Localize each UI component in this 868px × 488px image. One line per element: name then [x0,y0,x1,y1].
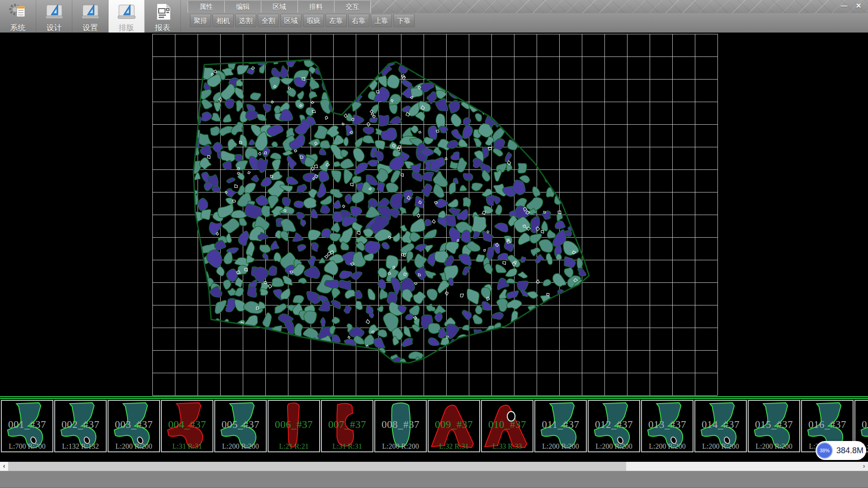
titlebar[interactable] [372,0,868,13]
piece-id-label: 006_#37 [269,419,319,431]
piece-id-label: 001_#37 [2,419,52,431]
piece-id-label: 017_#37 [855,419,868,431]
piece-thumbnail-011_#37[interactable]: 011_#37L:200 R:200 [534,400,587,452]
window-controls: — ✕ [838,1,864,10]
toolbar-button-4[interactable]: 排版 [108,0,145,33]
piece-id-label: 010_#37 [482,419,533,431]
piece-lr-count: L:200 R:200 [535,442,586,450]
scroll-right-button[interactable]: › [860,462,868,471]
piece-thumbnail-014_#37[interactable]: 014_#37L:200 R:200 [694,400,747,452]
piece-thumbnail-015_#37[interactable]: 015_#37L:200 R:200 [748,400,800,452]
piece-lr-count: L:200 R:200 [375,442,426,450]
menu-tab-5[interactable]: 交互 [334,1,371,13]
menu-tab-bar: 属性编辑区域排料交互 [188,0,371,13]
piece-thumbnail-013_#37[interactable]: 013_#37L:200 R:200 [641,400,693,452]
toolbar-button-label: 系统 [10,23,26,33]
piece-lr-count: L:21 R:21 [269,442,319,450]
nesting-canvas[interactable] [0,33,868,396]
piece-thumbnail-008_#37[interactable]: 008_#37L:200 R:200 [374,400,427,452]
piece-lr-count: L:200 R:200 [642,442,693,450]
nested-pieces [184,51,594,375]
menu-tab-4[interactable]: 排料 [297,1,334,13]
piece-id-label: 011_#37 [535,419,586,431]
piece-thumbnail-009_#37[interactable]: 009_#37L:32 R:31 [428,400,480,452]
action-button-6[interactable]: 瑕疵 [303,14,324,27]
piece-id-label: 008_#37 [375,419,426,431]
toolbar-button-3[interactable]: 设置 [72,0,108,33]
memory-badge: 38% 384.8M [816,441,866,460]
hide-nesting-view [0,33,868,396]
action-toolbar: 聚排相机选割全割区域瑕疵左靠右靠上靠下靠 [190,14,416,27]
piece-id-label: 009_#37 [429,419,479,431]
toolbar-area: 系统设计设置排版报表 属性编辑区域排料交互 聚排相机选割全割区域瑕疵左靠右靠上靠… [0,0,868,33]
minimize-button[interactable]: — [838,1,850,10]
toolbar-button-label: 设置 [83,23,98,33]
piece-thumbnail-strip: 001_#37L:700 R:700002_#37L:132 R:132003_… [0,396,868,462]
action-button-9[interactable]: 上靠 [371,14,392,27]
piece-lr-count: L:31 R:31 [322,442,373,450]
action-button-7[interactable]: 左靠 [326,14,347,27]
report-document-icon [152,1,173,22]
piece-thumbnail-012_#37[interactable]: 012_#37L:200 R:200 [588,400,640,452]
piece-thumbnail-007_#37[interactable]: 007_#37L:31 R:31 [321,400,373,452]
toolbar-button-2[interactable]: 设计 [36,0,72,33]
piece-thumbnail-001_#37[interactable]: 001_#37L:700 R:700 [1,400,53,452]
action-button-2[interactable]: 相机 [212,14,234,27]
toolbar-button-label: 设计 [47,23,62,33]
piece-thumbnail-003_#37[interactable]: 003_#37L:200 R:200 [108,400,160,452]
piece-id-label: 002_#37 [55,419,106,431]
action-button-1[interactable]: 聚排 [190,14,211,27]
close-button[interactable]: ✕ [853,1,864,10]
piece-lr-count: L:33 R:33 [482,442,533,450]
toolbar-button-5[interactable]: 报表 [145,0,181,33]
piece-thumbnail-004_#37[interactable]: 004_#37L:31 R:31 [161,400,213,452]
piece-thumbnail-list: 001_#37L:700 R:700002_#37L:132 R:132003_… [1,400,868,452]
strip-accent-line [0,396,868,397]
strip-accent-line [0,398,868,399]
piece-lr-count: L:200 R:200 [749,442,799,450]
main-toolbar: 系统设计设置排版报表 [0,0,181,33]
action-button-8[interactable]: 右靠 [348,14,369,27]
action-button-3[interactable]: 选割 [235,14,256,27]
piece-id-label: 004_#37 [162,419,212,431]
menu-tab-2[interactable]: 编辑 [224,1,261,13]
scrollbar-thumb[interactable] [8,462,626,471]
settings-ruler-icon [80,1,101,22]
design-ruler-icon [44,1,65,22]
piece-lr-count: L:200 R:200 [108,442,159,450]
piece-id-label: 016_#37 [802,419,853,431]
piece-lr-count: L:132 R:132 [55,442,106,450]
memory-value: 384.8M [836,441,863,460]
action-button-5[interactable]: 区域 [280,14,302,27]
action-button-10[interactable]: 下靠 [393,14,415,27]
piece-lr-count: L:31 R:31 [162,442,212,450]
piece-id-label: 013_#37 [642,419,693,431]
scroll-left-button[interactable]: ‹ [0,462,8,471]
piece-lr-count: L:200 R:200 [589,442,639,450]
piece-lr-count: L:32 R:31 [429,442,479,450]
piece-thumbnail-010_#37[interactable]: 010_#37L:33 R:33 [481,400,533,452]
piece-id-label: 014_#37 [695,419,746,431]
piece-lr-count: L:200 R:200 [215,442,266,450]
progress-circle: 38% [816,442,833,459]
progress-percent: 38% [820,448,830,453]
menu-tab-3[interactable]: 区域 [261,1,297,13]
window-bottom-bar [0,471,868,488]
nesting-ruler-icon [116,1,137,22]
action-button-4[interactable]: 全割 [258,14,279,27]
toolbar-button-1[interactable]: 系统 [0,0,36,33]
piece-id-label: 005_#37 [215,419,266,431]
piece-id-label: 003_#37 [108,419,159,431]
piece-thumbnail-002_#37[interactable]: 002_#37L:132 R:132 [54,400,107,452]
piece-thumbnail-006_#37[interactable]: 006_#37L:21 R:21 [268,400,320,452]
horizontal-scrollbar[interactable]: ‹ › [0,462,868,471]
piece-id-label: 015_#37 [749,419,799,431]
app-window: 系统设计设置排版报表 属性编辑区域排料交互 聚排相机选割全割区域瑕疵左靠右靠上靠… [0,0,868,488]
toolbar-button-label: 报表 [155,23,170,33]
system-gear-icon [8,1,28,22]
piece-thumbnail-005_#37[interactable]: 005_#37L:200 R:200 [214,400,267,452]
piece-id-label: 007_#37 [322,419,373,431]
menu-tab-1[interactable]: 属性 [188,1,224,13]
piece-id-label: 012_#37 [589,419,639,431]
piece-lr-count: L:200 R:200 [695,442,746,450]
